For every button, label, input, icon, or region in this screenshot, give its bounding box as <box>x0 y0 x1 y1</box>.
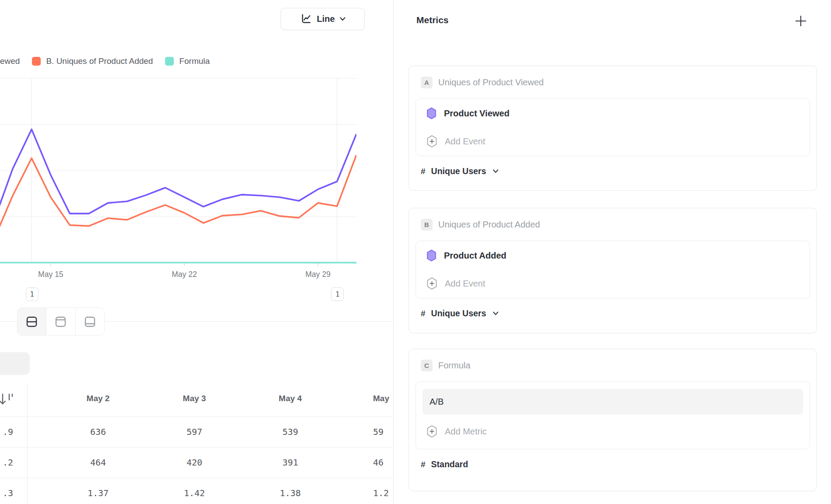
measurement-selector[interactable]: # Unique Users <box>421 308 810 318</box>
table-column-header[interactable]: May 4 <box>255 388 325 409</box>
view-table-button[interactable] <box>76 308 104 335</box>
table-column-header[interactable]: May 2 <box>63 388 133 409</box>
formula-input[interactable]: A/B <box>423 389 803 415</box>
add-event-row[interactable]: Add Event <box>423 127 803 155</box>
split-view-icon <box>25 315 39 329</box>
metric-badge: A <box>421 77 433 88</box>
add-metric-row[interactable]: Add Metric <box>423 417 803 445</box>
x-axis-tick-label: May 29 <box>292 270 344 279</box>
table-cell: 420 <box>159 447 229 478</box>
add-event-label: Add Event <box>445 136 485 147</box>
table-row: .9 636 597 539 59 <box>0 416 393 447</box>
event-list: Product Viewed Add Event <box>416 98 810 156</box>
view-chart-button[interactable] <box>46 308 75 335</box>
number-icon: # <box>421 309 426 318</box>
legend-swatch <box>165 57 174 66</box>
table-column-header-truncated[interactable]: May <box>373 388 394 409</box>
measurement-selector[interactable]: # Unique Users <box>421 166 810 176</box>
event-row[interactable]: Product Added <box>423 242 803 270</box>
event-name: Product Viewed <box>444 108 510 119</box>
add-event-label: Add Event <box>445 279 485 289</box>
event-list: Product Added Add Event <box>416 241 810 298</box>
table-cell: 464 <box>63 447 133 478</box>
hexagon-plus-icon <box>426 277 437 290</box>
measurement-label: Unique Users <box>431 166 486 176</box>
event-hexagon-icon <box>426 107 437 119</box>
add-event-row[interactable]: Add Event <box>423 270 803 298</box>
table-cell: 1.37 <box>63 478 133 504</box>
table-cell: 1.42 <box>159 478 229 504</box>
measurement-label: Unique Users <box>431 308 486 318</box>
metric-title[interactable]: Uniques of Product Added <box>438 220 540 230</box>
measurement-selector[interactable]: # Standard <box>421 459 810 469</box>
number-icon: # <box>421 460 426 469</box>
card-header: C Formula <box>421 360 810 371</box>
metrics-panel: Metrics A Uniques of Product Viewed Prod… <box>394 0 831 504</box>
legend-item-viewed-truncated[interactable]: ewed <box>0 56 20 66</box>
metric-badge: C <box>421 360 433 371</box>
metric-card-a: A Uniques of Product Viewed Product View… <box>408 66 817 191</box>
table-cell-truncated: .3 <box>0 478 13 504</box>
table-row: .3 1.37 1.42 1.38 1.2 <box>0 478 393 504</box>
table-row: .2 464 420 391 46 <box>0 447 393 478</box>
hexagon-plus-icon <box>426 425 437 438</box>
table-cell: 597 <box>159 416 229 447</box>
hexagon-plus-icon <box>426 135 437 148</box>
legend-item-added[interactable]: B. Uniques of Product Added <box>32 56 153 66</box>
line-chart-icon <box>300 13 312 25</box>
legend-label: ewed <box>0 56 20 66</box>
table-cell: 539 <box>255 416 325 447</box>
table-metric-chip-truncated[interactable] <box>0 352 30 375</box>
line-chart[interactable] <box>0 77 356 269</box>
table-view-icon <box>83 315 97 329</box>
x-axis-tick-label: May 15 <box>25 270 77 279</box>
table-cell: 391 <box>255 447 325 478</box>
metric-card-c: C Formula A/B Add Metric # Standard <box>408 349 817 491</box>
x-axis-tick-label: May 22 <box>158 270 211 279</box>
metrics-panel-title: Metrics <box>416 15 449 25</box>
event-name: Product Added <box>444 251 507 261</box>
legend-label: B. Uniques of Product Added <box>46 56 153 66</box>
metric-badge: B <box>421 219 433 231</box>
metric-cards: A Uniques of Product Viewed Product View… <box>408 66 817 491</box>
chart-type-button[interactable]: Line <box>281 8 365 30</box>
chevron-down-icon <box>340 17 345 21</box>
table-cell-truncated: 1.2 <box>373 478 394 504</box>
number-icon: # <box>421 167 426 176</box>
chevron-down-icon <box>493 169 499 173</box>
plus-icon <box>794 14 807 28</box>
card-header: B Uniques of Product Added <box>421 219 810 231</box>
table-column-header[interactable]: May 3 <box>159 388 229 409</box>
chart-view-icon <box>54 315 67 329</box>
annotation-badge[interactable]: 1 <box>331 287 344 301</box>
formula-body: A/B Add Metric <box>416 382 810 449</box>
metric-title[interactable]: Uniques of Product Viewed <box>438 77 544 88</box>
table-cell-truncated: .9 <box>0 416 13 447</box>
table-header-row: May 2 May 3 May 4 May <box>0 388 393 409</box>
add-metric-label: Add Metric <box>445 427 487 437</box>
annotation-badge[interactable]: 1 <box>26 287 39 301</box>
add-metric-plus-button[interactable] <box>794 14 807 28</box>
table-cell: 636 <box>63 416 133 447</box>
table-cell-truncated: 46 <box>373 447 394 478</box>
chart-type-label: Line <box>317 14 335 24</box>
table-cell-truncated: .2 <box>0 447 13 478</box>
legend-label: Formula <box>179 56 210 66</box>
series-line-a[interactable] <box>0 130 356 223</box>
chevron-down-icon <box>493 312 499 315</box>
legend-swatch <box>32 57 41 66</box>
table-cell-truncated: 59 <box>373 416 394 447</box>
view-split-button[interactable] <box>18 308 46 335</box>
table-cell: 1.38 <box>255 478 325 504</box>
event-hexagon-icon <box>426 249 437 262</box>
report-chart-table-section: Line ewed B. Uniques of Product Added Fo… <box>0 0 394 504</box>
legend-item-formula[interactable]: Formula <box>165 56 210 66</box>
event-row[interactable]: Product Viewed <box>423 99 803 127</box>
metric-card-b: B Uniques of Product Added Product Added <box>408 208 817 333</box>
measurement-label: Standard <box>431 459 468 469</box>
metric-title[interactable]: Formula <box>438 360 470 371</box>
chart-legend: ewed B. Uniques of Product Added Formula <box>0 56 210 67</box>
layout-view-toggle <box>17 308 105 336</box>
card-header: A Uniques of Product Viewed <box>421 77 810 88</box>
